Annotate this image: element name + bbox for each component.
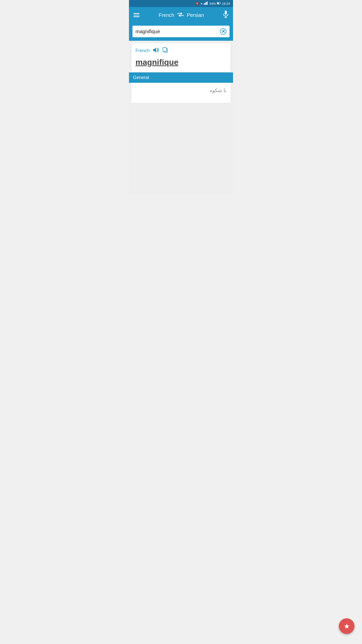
svg-rect-5 [220, 3, 221, 4]
mute-icon: 🔇 [195, 2, 199, 5]
battery-percent: 34% [209, 2, 216, 6]
result-card: French magnifique [131, 43, 231, 72]
source-language-button[interactable]: French [159, 12, 174, 18]
search-input[interactable] [135, 29, 218, 34]
cast-icon: ★ [200, 2, 203, 5]
signal-icon [204, 2, 208, 6]
status-bar: 🔇 ★ 34% 18:34 [129, 0, 233, 7]
svg-rect-2 [206, 2, 207, 5]
sound-button[interactable] [153, 48, 159, 54]
svg-rect-7 [225, 11, 227, 15]
svg-rect-0 [204, 3, 205, 5]
target-language-button[interactable]: Persian [187, 12, 204, 18]
time-display: 18:34 [222, 2, 230, 6]
battery-icon [217, 2, 220, 5]
svg-rect-6 [217, 3, 219, 4]
svg-rect-3 [207, 2, 208, 5]
result-language-label: French [135, 48, 150, 53]
translation-divider [131, 103, 231, 103]
section-label-bar: General [129, 72, 233, 83]
status-icons: 🔇 ★ 34% 18:34 [195, 2, 230, 6]
search-container: ✕ [129, 23, 233, 41]
svg-marker-10 [153, 48, 156, 53]
translation-text: با شکوه [135, 87, 227, 93]
swap-languages-button[interactable] [177, 12, 184, 18]
source-word: magnifique [135, 58, 227, 67]
svg-rect-12 [163, 48, 166, 51]
result-card-header: French [135, 47, 227, 54]
main-content: French magnifique General با شکوه [129, 43, 233, 194]
search-box: ✕ [132, 26, 230, 37]
translation-area: با شکوه [131, 83, 231, 103]
svg-rect-1 [205, 3, 206, 5]
copy-button[interactable] [163, 47, 168, 54]
language-selector: French Persian [140, 12, 223, 18]
menu-button[interactable] [133, 13, 140, 17]
clear-button[interactable]: ✕ [220, 28, 227, 35]
mic-button[interactable] [223, 11, 229, 20]
toolbar: French Persian [129, 7, 233, 23]
section-label: General [133, 75, 149, 80]
